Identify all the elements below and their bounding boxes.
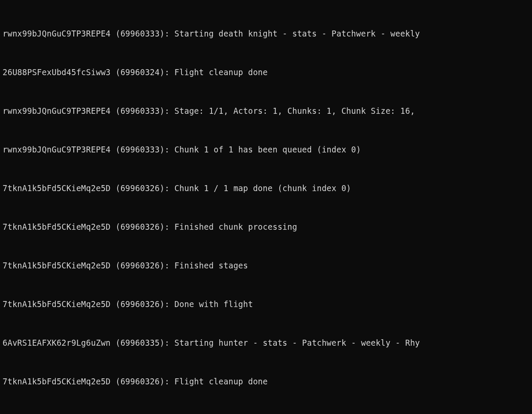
log-line: 7tknA1k5bFd5CKieMq2e5D (69960326): Finis… [3,259,529,272]
log-line: rwnx99bJQnGuC9TP3REPE4 (69960333): Stage… [3,105,529,118]
log-line: 7tknA1k5bFd5CKieMq2e5D (69960326): Chunk… [3,182,529,195]
log-line: 7tknA1k5bFd5CKieMq2e5D (69960326): Finis… [3,221,529,234]
log-line: 7tknA1k5bFd5CKieMq2e5D (69960326): Fligh… [3,375,529,388]
log-line: 6AvRS1EAFXK62r9Lg6uZwn (69960335): Start… [3,337,529,350]
log-line: 26U88PSFexUbd45fcSiww3 (69960324): Fligh… [3,66,529,79]
log-line: 7tknA1k5bFd5CKieMq2e5D (69960326): Done … [3,298,529,311]
log-line: rwnx99bJQnGuC9TP3REPE4 (69960333): Start… [3,27,529,40]
log-line: rwnx99bJQnGuC9TP3REPE4 (69960333): Chunk… [3,143,529,156]
terminal-output[interactable]: rwnx99bJQnGuC9TP3REPE4 (69960333): Start… [0,0,532,414]
